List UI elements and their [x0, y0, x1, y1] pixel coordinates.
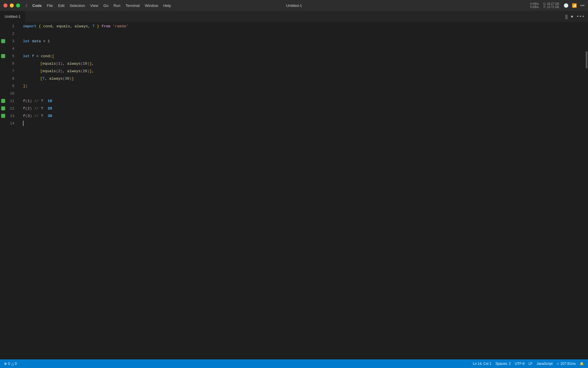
- title-bar-left:  Code File Edit Selection View Go Run T…: [3, 3, 171, 8]
- menu-go[interactable]: Go: [103, 3, 108, 8]
- scrollbar-thumb[interactable]: [586, 51, 587, 68]
- line-number-2: 2: [12, 32, 14, 36]
- wifi-icon: 📶: [572, 3, 577, 8]
- line-number-5: 5: [12, 54, 14, 58]
- clock-icon: 🕐: [564, 3, 568, 8]
- line-number-10: 10: [10, 92, 14, 95]
- gutter-line-8: 8: [0, 75, 17, 82]
- line-number-9: 9: [12, 84, 14, 88]
- cursor: [23, 121, 24, 126]
- status-bar: ⊗ 0 △ 0 Ln 14, Col 1 Spaces: 2 UTF-8 LF …: [0, 359, 588, 368]
- gutter-line-14: 14: [0, 120, 17, 127]
- menu-view[interactable]: View: [90, 3, 98, 8]
- sys-icons: 🕐 📶 •••: [564, 3, 585, 8]
- editor: 1 2 3 4 5 6 7 8 9: [0, 22, 588, 359]
- gutter-line-10: 10: [0, 90, 17, 97]
- breakpoint-dot-12[interactable]: [1, 106, 5, 110]
- editor-tab[interactable]: Untitled-1: [0, 11, 26, 22]
- menu-terminal[interactable]: Terminal: [125, 3, 140, 8]
- title-bar-right: 0 KB/s 0 KB/s U: 18.27 GB F: 13.72 GB 🕐 …: [530, 2, 585, 9]
- menu-edit[interactable]: Edit: [58, 3, 64, 8]
- line-number-6: 6: [12, 62, 14, 66]
- memory-stat: U: 18.27 GB F: 13.72 GB: [543, 2, 559, 9]
- scrollbar[interactable]: [585, 22, 588, 359]
- line-number-7: 7: [12, 69, 14, 73]
- gutter-line-2: 2: [0, 30, 17, 37]
- code-line-13: f(3) // ? 30: [17, 112, 585, 120]
- minimize-button[interactable]: [10, 3, 14, 7]
- code-area[interactable]: import { cond, equals, always, T } from …: [17, 22, 585, 359]
- warning-count: 0: [15, 362, 17, 366]
- code-line-6: [equals(1), always(10)],: [17, 60, 585, 67]
- line-numbers: 1 2 3 4 5 6 7 8 9: [0, 22, 17, 359]
- line-number-3: 3: [12, 39, 14, 43]
- gutter-line-11: 11: [0, 97, 17, 105]
- gutter-line-3: 3: [0, 37, 17, 45]
- error-icon: ⊗: [4, 362, 7, 366]
- split-editor-button[interactable]: ‖: [565, 14, 568, 20]
- status-left: ⊗ 0 △ 0: [4, 362, 17, 366]
- code-line-4: [17, 45, 585, 52]
- tab-bar: Untitled-1 ‖ ● •••: [0, 11, 588, 22]
- cursor-position[interactable]: Ln 14, Col 1: [473, 362, 492, 366]
- line-number-13: 13: [10, 114, 14, 118]
- code-line-7: [equals(2), always(20)],: [17, 67, 585, 75]
- menu-selection[interactable]: Selection: [70, 3, 85, 8]
- dot-indicator: ●: [571, 14, 574, 19]
- errors-status[interactable]: ⊗ 0 △ 0: [4, 362, 17, 366]
- tab-actions: ‖ ● •••: [565, 14, 588, 20]
- code-line-3: let data = 1: [17, 37, 585, 45]
- keyword-let-3: let: [23, 39, 30, 43]
- traffic-lights: [3, 3, 20, 7]
- gutter-line-6: 6: [0, 60, 17, 67]
- code-line-12: f(2) // ? 20: [17, 105, 585, 112]
- gutter-line-9: 9: [0, 82, 17, 90]
- close-button[interactable]: [3, 3, 7, 7]
- line-number-1: 1: [12, 24, 14, 28]
- breakpoint-dot-11[interactable]: [1, 99, 5, 103]
- title-bar:  Code File Edit Selection View Go Run T…: [0, 0, 588, 11]
- menu-run[interactable]: Run: [113, 3, 120, 8]
- breakpoint-dot-3[interactable]: [1, 39, 5, 43]
- keyword-import: import: [23, 24, 36, 28]
- line-ending[interactable]: LF: [529, 362, 533, 366]
- code-line-8: [T, always(30)]: [17, 75, 585, 82]
- breakpoint-dot-5[interactable]: [1, 54, 5, 58]
- maximize-button[interactable]: [16, 3, 20, 7]
- warning-icon: △: [11, 362, 14, 366]
- line-number-8: 8: [12, 77, 14, 80]
- code-line-5: let f = cond([: [17, 52, 585, 60]
- status-right: Ln 14, Col 1 Spaces: 2 UTF-8 LF JavaScri…: [473, 362, 584, 366]
- more-actions-button[interactable]: •••: [576, 14, 585, 19]
- indentation[interactable]: Spaces: 2: [496, 362, 511, 366]
- menu-bar:  Code File Edit Selection View Go Run T…: [26, 3, 171, 8]
- menu-extras-icon: •••: [580, 3, 585, 8]
- encoding[interactable]: UTF-8: [515, 362, 525, 366]
- menu-code[interactable]: Code: [32, 3, 42, 8]
- line-number-11: 11: [10, 99, 14, 103]
- code-line-9: ]): [17, 82, 585, 90]
- keyword-let-5: let: [23, 54, 30, 58]
- code-line-11: f(1) // ? 10: [17, 97, 585, 105]
- code-line-2: [17, 30, 585, 37]
- timing: ✓ 207.81ms: [557, 362, 576, 366]
- language-mode[interactable]: JavaScript: [537, 362, 553, 366]
- line-number-12: 12: [10, 107, 14, 110]
- notifications-icon[interactable]: 🔔: [580, 362, 584, 366]
- breakpoint-dot-13[interactable]: [1, 114, 5, 118]
- window-title: Untitled-1: [286, 3, 302, 8]
- error-count: 0: [8, 362, 10, 366]
- menu-window[interactable]: Window: [145, 3, 158, 8]
- code-line-1: import { cond, equals, always, T } from …: [17, 22, 585, 30]
- menu-file[interactable]: File: [47, 3, 53, 8]
- gutter-line-7: 7: [0, 67, 17, 75]
- code-line-10: [17, 90, 585, 97]
- menu-help[interactable]: Help: [163, 3, 171, 8]
- code-line-14: [17, 120, 585, 127]
- gutter-line-13: 13: [0, 112, 17, 120]
- apple-menu[interactable]: : [26, 3, 27, 8]
- gutter-line-4: 4: [0, 45, 17, 52]
- gutter-line-1: 1: [0, 22, 17, 30]
- gutter-line-12: 12: [0, 105, 17, 112]
- line-number-14: 14: [10, 122, 14, 125]
